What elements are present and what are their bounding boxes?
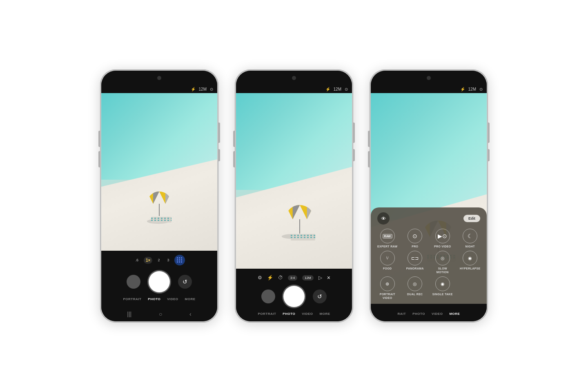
panorama-icon: ⊏⊐ bbox=[408, 251, 422, 265]
shutter-button[interactable] bbox=[149, 271, 170, 292]
portrait-video-label: PORTRAIT VIDEO bbox=[380, 293, 395, 300]
volume-button[interactable] bbox=[218, 149, 220, 161]
mode-night[interactable]: ☾ NIGHT bbox=[458, 229, 483, 248]
zoom-06[interactable]: .6 bbox=[134, 257, 141, 263]
mode-row-2: PORTRAIT PHOTO VIDEO MORE bbox=[236, 310, 352, 319]
pro-label: PRO bbox=[412, 245, 418, 248]
mode-pro[interactable]: ⊙ PRO bbox=[403, 229, 428, 248]
home-icon[interactable]: ○ bbox=[159, 311, 162, 317]
mode-empty bbox=[458, 276, 483, 300]
video-icon[interactable]: ▷ bbox=[318, 275, 322, 281]
volume-button-2[interactable] bbox=[353, 149, 355, 161]
mode-panorama[interactable]: ⊏⊐ PANORAMA bbox=[403, 251, 428, 274]
dots-grid bbox=[177, 257, 183, 263]
mode-row-3: RAIT PHOTO VIDEO MORE bbox=[371, 308, 487, 319]
pro-video-label: PRO VIDEO bbox=[434, 245, 451, 248]
viewfinder-1[interactable] bbox=[101, 93, 217, 251]
dual-rec-icon: ◎ bbox=[408, 276, 422, 291]
mode-portrait-video[interactable]: ⊛ PORTRAIT VIDEO bbox=[375, 276, 400, 300]
mode-single-take[interactable]: ◉ SINGLE TAKE bbox=[430, 276, 455, 300]
expert-raw-icon: RAW bbox=[380, 229, 395, 243]
megapixel-button[interactable]: 12M bbox=[302, 275, 314, 281]
volume-down-button-2[interactable] bbox=[233, 151, 235, 167]
pro-video-icon: ▶⊙ bbox=[435, 229, 450, 243]
mode-food[interactable]: ⑂ FOOD bbox=[375, 251, 400, 274]
mode-expert-raw[interactable]: RAW EXPERT RAW bbox=[375, 229, 400, 248]
mode-more[interactable]: MORE bbox=[185, 297, 196, 301]
shutter-button-2[interactable] bbox=[283, 286, 305, 307]
mode-photo-3[interactable]: PHOTO bbox=[412, 312, 425, 316]
mode-dual-rec[interactable]: ◎ DUAL REC bbox=[403, 276, 428, 300]
umbrella-pole-2 bbox=[299, 219, 300, 234]
mode-rait-3[interactable]: RAIT bbox=[398, 312, 406, 316]
mode-more-3[interactable]: MORE bbox=[449, 312, 460, 316]
recent-apps-icon[interactable]: ||| bbox=[127, 311, 131, 317]
aspect-ratio-button[interactable]: 3:4 bbox=[288, 275, 297, 281]
edit-button[interactable]: Edit bbox=[463, 215, 480, 222]
mode-portrait-2[interactable]: PORTRAIT bbox=[258, 312, 276, 316]
settings-icon-2[interactable]: ⊙ bbox=[345, 87, 348, 91]
mode-row: PORTRAIT PHOTO VIDEO MORE bbox=[101, 296, 217, 304]
mode-video[interactable]: VIDEO bbox=[167, 297, 178, 301]
mode-slow-motion[interactable]: ◎ SLOW MOTION bbox=[430, 251, 455, 274]
volume-up-button-3[interactable] bbox=[368, 131, 370, 147]
portrait-video-icon: ⊛ bbox=[380, 276, 395, 291]
mode-video-3[interactable]: VIDEO bbox=[432, 312, 443, 316]
volume-up-button[interactable] bbox=[98, 131, 100, 147]
flip-camera-button[interactable]: ↺ bbox=[178, 275, 192, 289]
hyperlapse-icon: ◉ bbox=[463, 251, 477, 265]
volume-button-3[interactable] bbox=[488, 149, 490, 161]
megapixel-label-3[interactable]: 12M bbox=[468, 87, 476, 91]
viewfinder-3[interactable]: 👁 Edit RAW EXPERT RAW ⊙ PRO bbox=[371, 93, 487, 304]
flash-icon-2[interactable]: ⚡ bbox=[325, 87, 330, 91]
food-icon: ⑂ bbox=[380, 251, 395, 265]
slow-motion-label: SLOW MOTION bbox=[437, 267, 449, 274]
gallery-button-2[interactable] bbox=[261, 290, 275, 303]
volume-down-button[interactable] bbox=[98, 151, 100, 167]
back-icon[interactable]: ‹ bbox=[189, 311, 192, 317]
mode-more-2[interactable]: MORE bbox=[320, 312, 330, 316]
volume-up-button-2[interactable] bbox=[233, 131, 235, 147]
volume-down-button-3[interactable] bbox=[368, 151, 370, 167]
zoom-2[interactable]: 2 bbox=[156, 257, 162, 263]
mode-hyperlapse[interactable]: ◉ HYPERLAPSE bbox=[458, 251, 483, 274]
mode-photo[interactable]: PHOTO bbox=[148, 297, 160, 301]
chair-stripe-2 bbox=[151, 220, 172, 221]
umbrella-group-2 bbox=[285, 205, 314, 234]
megapixel-label[interactable]: 12M bbox=[199, 87, 207, 91]
food-label: FOOD bbox=[383, 267, 392, 270]
flash-icon[interactable]: ⚡ bbox=[191, 87, 196, 91]
mode-photo-2[interactable]: PHOTO bbox=[283, 312, 295, 316]
shutter-row: ↺ bbox=[101, 270, 217, 296]
night-icon: ☾ bbox=[463, 229, 477, 243]
mode-video-2[interactable]: VIDEO bbox=[302, 312, 313, 316]
timer-icon[interactable]: ⏱ bbox=[278, 275, 283, 281]
camera-settings-icon[interactable]: ⚙ bbox=[258, 275, 262, 281]
mode-pro-video[interactable]: ▶⊙ PRO VIDEO bbox=[430, 229, 455, 248]
more-zoom-button[interactable] bbox=[174, 255, 185, 265]
flip-camera-button-2[interactable]: ↺ bbox=[313, 290, 327, 303]
power-button[interactable] bbox=[218, 122, 220, 143]
settings-icon[interactable]: ⊙ bbox=[210, 87, 213, 91]
flash-icon-3[interactable]: ⚡ bbox=[460, 87, 465, 91]
panorama-label: PANORAMA bbox=[406, 267, 424, 270]
zoom-1x[interactable]: 1× bbox=[144, 257, 152, 264]
settings-icon-3[interactable]: ⊙ bbox=[479, 87, 483, 91]
flash-setting-icon[interactable]: ⚡ bbox=[267, 275, 273, 281]
mode-portrait[interactable]: PORTRAIT bbox=[123, 297, 141, 301]
nav-bar-1: ||| ○ ‹ bbox=[101, 307, 217, 321]
megapixel-label-2[interactable]: 12M bbox=[334, 87, 341, 91]
power-button-2[interactable] bbox=[353, 122, 355, 143]
viewfinder-2[interactable] bbox=[236, 93, 352, 269]
chair-stripe-1 bbox=[151, 218, 172, 219]
zoom-3[interactable]: 3 bbox=[165, 257, 171, 263]
gallery-button[interactable] bbox=[127, 275, 140, 289]
power-button-3[interactable] bbox=[488, 122, 490, 143]
more-menu-overlay: 👁 Edit RAW EXPERT RAW ⊙ PRO bbox=[371, 207, 487, 304]
close-settings-button[interactable]: × bbox=[327, 274, 330, 281]
chair-stripe-1-2 bbox=[291, 235, 315, 236]
beach-scene-2 bbox=[236, 93, 352, 269]
zoom-bar: .6 1× 2 3 bbox=[101, 255, 217, 265]
camera-status-bar-2: ⚡ 12M ⊙ bbox=[236, 85, 352, 93]
eye-button[interactable]: 👁 bbox=[377, 212, 390, 225]
